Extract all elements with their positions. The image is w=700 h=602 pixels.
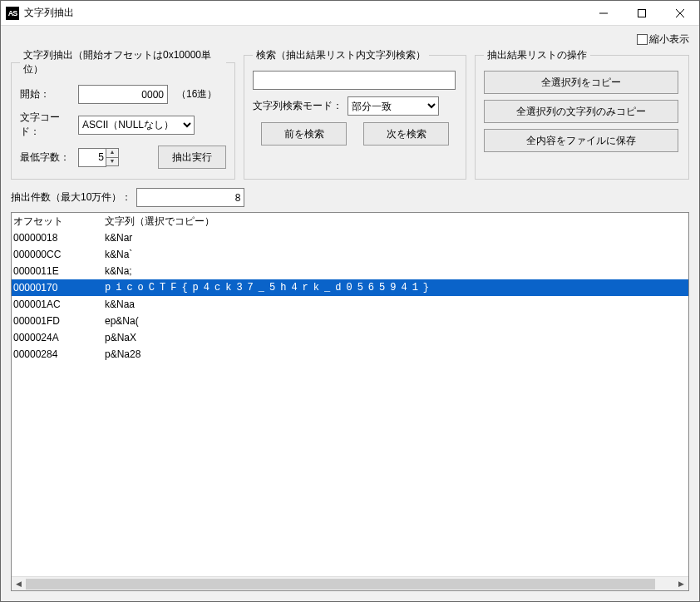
cell-string: ep&Na( <box>105 313 687 329</box>
cell-string: k&Naa <box>105 296 687 313</box>
execute-button[interactable]: 抽出実行 <box>158 146 226 169</box>
minlen-label: 最低字数： <box>20 150 73 165</box>
cell-string: p&NaX <box>105 329 687 346</box>
ops-legend: 抽出結果リストの操作 <box>484 48 590 62</box>
horizontal-scrollbar[interactable]: ◀ ▶ <box>12 576 688 590</box>
app-icon: AS <box>6 7 19 20</box>
count-label: 抽出件数（最大10万件）： <box>11 190 131 205</box>
header-offset: オフセット <box>13 213 105 229</box>
svg-rect-1 <box>638 9 646 17</box>
encoding-select[interactable]: ASCII（NULLなし） <box>78 116 195 135</box>
table-row[interactable]: 000001ACk&Naa <box>12 296 688 313</box>
cell-string: k&Na; <box>105 263 687 279</box>
table-row[interactable]: 0000011Ek&Na; <box>12 263 688 279</box>
search-mode-label: 文字列検索モード： <box>253 99 343 113</box>
minimize-icon <box>599 9 608 17</box>
save-file-button[interactable]: 全内容をファイルに保存 <box>484 129 678 152</box>
result-list[interactable]: オフセット文字列（選択でコピー）00000018k&Nar000000CCk&N… <box>11 212 689 591</box>
copy-all-button[interactable]: 全選択列をコピー <box>484 71 678 94</box>
cell-offset: 00000170 <box>13 279 105 296</box>
extract-panel: 文字列抽出（開始オフセットは0x10000単位） 開始： （16進） 文字コード… <box>11 48 235 180</box>
cell-offset: 000000CC <box>13 246 105 263</box>
checkbox-icon <box>637 34 648 45</box>
minlen-input[interactable] <box>78 148 106 167</box>
cell-offset: 000001FD <box>13 313 105 329</box>
count-display <box>136 188 244 207</box>
shrink-checkbox-label: 縮小表示 <box>649 32 689 47</box>
spinner-up-icon[interactable]: ▲ <box>106 148 119 157</box>
search-legend: 検索（抽出結果リスト内文字列検索） <box>253 48 429 62</box>
minimize-button[interactable] <box>584 1 623 26</box>
cell-offset: 0000024A <box>13 329 105 346</box>
table-row[interactable]: 0000024Ap&NaX <box>12 329 688 346</box>
start-label: 開始： <box>20 87 73 101</box>
cell-string: k&Nar <box>105 229 687 246</box>
ops-panel: 抽出結果リストの操作 全選択列をコピー 全選択列の文字列のみコピー 全内容をファ… <box>475 48 689 180</box>
search-next-button[interactable]: 次を検索 <box>363 122 449 146</box>
window-title: 文字列抽出 <box>24 6 74 20</box>
cell-offset: 00000018 <box>13 229 105 246</box>
start-input[interactable] <box>78 85 168 104</box>
scroll-right-icon[interactable]: ▶ <box>674 577 688 591</box>
hex-label: （16進） <box>176 87 217 101</box>
header-string: 文字列（選択でコピー） <box>105 213 687 229</box>
copy-strings-button[interactable]: 全選択列の文字列のみコピー <box>484 100 678 123</box>
cell-offset: 000001AC <box>13 296 105 313</box>
search-input[interactable] <box>253 71 456 90</box>
table-row[interactable]: 00000170picoCTF{p4ck37_5h4rk_d0565941} <box>12 279 688 296</box>
maximize-button[interactable] <box>623 1 661 26</box>
cell-offset: 00000284 <box>13 346 105 363</box>
maximize-icon <box>638 9 646 17</box>
list-header: オフセット文字列（選択でコピー） <box>12 213 688 229</box>
titlebar: AS 文字列抽出 <box>1 1 699 26</box>
cell-string: k&Na` <box>105 246 687 263</box>
search-mode-select[interactable]: 部分一致 <box>348 96 439 116</box>
close-button[interactable] <box>661 1 699 26</box>
search-panel: 検索（抽出結果リスト内文字列検索） 文字列検索モード： 部分一致 前を検索 次を… <box>244 48 466 180</box>
extract-legend: 文字列抽出（開始オフセットは0x10000単位） <box>20 48 226 76</box>
scroll-left-icon[interactable]: ◀ <box>12 577 26 591</box>
minlen-spinner[interactable]: ▲ ▼ <box>78 148 119 167</box>
encoding-label: 文字コード： <box>20 111 73 139</box>
scrollbar-thumb[interactable] <box>26 579 655 590</box>
spinner-down-icon[interactable]: ▼ <box>106 157 119 166</box>
table-row[interactable]: 00000284p&Na28 <box>12 346 688 363</box>
table-row[interactable]: 000000CCk&Na` <box>12 246 688 263</box>
cell-string: p&Na28 <box>105 346 687 363</box>
table-row[interactable]: 00000018k&Nar <box>12 229 688 246</box>
shrink-checkbox[interactable]: 縮小表示 <box>637 32 689 47</box>
search-prev-button[interactable]: 前を検索 <box>261 122 347 146</box>
table-row[interactable]: 000001FDep&Na( <box>12 313 688 329</box>
close-icon <box>676 9 684 17</box>
cell-string: picoCTF{p4ck37_5h4rk_d0565941} <box>105 279 687 296</box>
cell-offset: 0000011E <box>13 263 105 279</box>
